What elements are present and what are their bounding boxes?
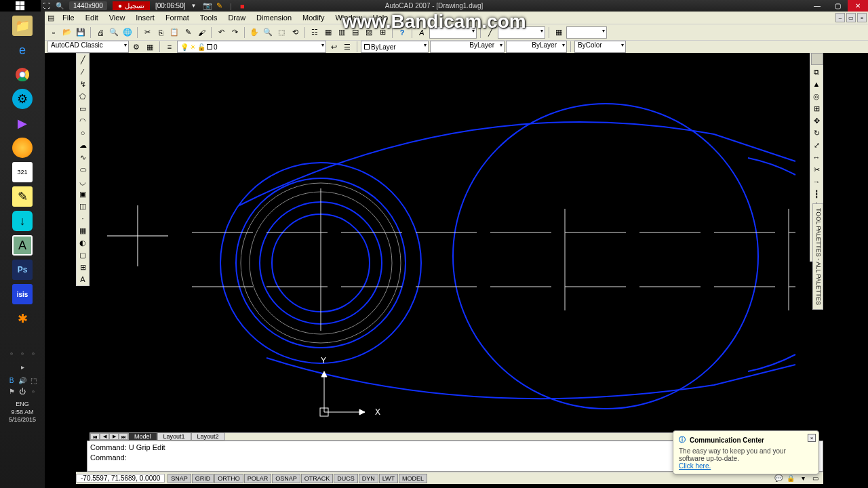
gradient-icon[interactable]: ◐ (77, 237, 89, 249)
menu-view[interactable]: View (104, 14, 131, 22)
menu-tools[interactable]: Tools (195, 14, 223, 22)
popup-close-button[interactable]: × (808, 434, 816, 442)
minimize-button[interactable]: — (807, 0, 827, 12)
net-icon[interactable]: ⬚ (29, 376, 37, 384)
offset-icon[interactable]: ◎ (810, 90, 823, 102)
menu-dimension[interactable]: Dimension (251, 14, 297, 22)
table-style-icon[interactable]: ▦ (553, 26, 565, 39)
ws-settings-icon[interactable]: ⚙ (130, 41, 142, 53)
plot-icon[interactable]: 🖨 (94, 26, 106, 39)
status-grid[interactable]: GRID (192, 474, 214, 483)
tab-prev[interactable]: ◀ (100, 433, 109, 440)
record-button[interactable]: ●تسجيل (113, 1, 150, 10)
layer-select[interactable]: 💡 ☀ 🔓 0 (177, 41, 326, 53)
status-otrack[interactable]: OTRACK (301, 474, 334, 483)
publish-icon[interactable]: 🌐 (121, 26, 134, 39)
ellipse-icon[interactable]: ⬭ (77, 163, 89, 176)
zoom-prev-icon[interactable]: ⟲ (289, 26, 301, 39)
region-icon[interactable]: ▢ (77, 249, 89, 261)
menu-modify[interactable]: Modify (297, 14, 330, 22)
copy2-icon[interactable]: ⧉ (810, 66, 823, 78)
tab-last[interactable]: ⏭ (119, 433, 128, 440)
isis-icon[interactable]: isis (12, 284, 33, 304)
xline-icon[interactable]: ∕ (77, 66, 89, 78)
system-clock[interactable]: ENG 9:58 AM 5/16/2015 (0, 401, 45, 424)
linetype-select[interactable]: ByLayer (430, 41, 505, 53)
stop-icon[interactable]: ■ (237, 1, 247, 10)
bluetooth-icon[interactable]: B (7, 376, 16, 384)
array-icon[interactable]: ⊞ (810, 102, 823, 115)
redo-icon[interactable]: ↷ (229, 26, 241, 39)
app-icon[interactable]: ▤ (45, 14, 57, 22)
match-icon[interactable]: ✎ (182, 26, 194, 39)
pline-icon[interactable]: ↯ (77, 78, 89, 90)
app9-icon[interactable]: ↓ (12, 211, 33, 231)
dropdown-icon[interactable]: ▼ (191, 3, 196, 9)
block-icon[interactable]: ◫ (77, 200, 89, 212)
menu-insert[interactable]: Insert (130, 14, 160, 22)
mdi-close[interactable]: × (857, 13, 867, 22)
polygon-icon[interactable]: ⬠ (77, 90, 89, 102)
tablestyle-select[interactable] (566, 26, 607, 39)
cut-icon[interactable]: ✂ (141, 26, 153, 39)
copy-icon[interactable]: ⎘ (155, 26, 167, 39)
status-lwt[interactable]: LWT (379, 474, 398, 483)
tray-expand[interactable]: ▸ (18, 363, 26, 371)
zoom-icon[interactable]: 🔍 (56, 2, 64, 9)
app6-icon[interactable] (12, 138, 33, 158)
power-icon[interactable]: ⏻ (18, 387, 26, 395)
status-polar[interactable]: POLAR (244, 474, 272, 483)
tab-first[interactable]: ⏮ (90, 433, 100, 440)
pencil-icon[interactable]: ✎ (214, 1, 224, 10)
paint-icon[interactable]: 🖌 (195, 26, 208, 39)
ws-save-icon[interactable]: ▦ (144, 41, 156, 53)
point-icon[interactable]: · (77, 212, 89, 224)
zoom-rt-icon[interactable]: 🔍 (262, 26, 274, 39)
layer-states-icon[interactable]: ☰ (341, 41, 353, 53)
tab-layout2[interactable]: Layout2 (191, 432, 225, 441)
pan-icon[interactable]: ✋ (248, 26, 260, 39)
status-ducs[interactable]: DUCS (334, 474, 358, 483)
mdi-minimize[interactable]: – (835, 13, 845, 22)
line-icon[interactable]: ╱ (77, 54, 89, 66)
app4-icon[interactable]: ⚙ (12, 89, 33, 109)
break-icon[interactable]: ┇ (810, 188, 823, 200)
chrome-icon[interactable] (12, 64, 33, 85)
menu-format[interactable]: Format (160, 14, 195, 22)
tray-c[interactable]: ▫ (29, 349, 37, 357)
ie-icon[interactable]: e (12, 40, 33, 60)
layer-prev-icon[interactable]: ↩ (328, 41, 340, 53)
rectangle-icon[interactable]: ▭ (77, 102, 89, 115)
paste-icon[interactable]: 📋 (168, 26, 180, 39)
zoom-win-icon[interactable]: ⬚ (275, 26, 288, 39)
preview-icon[interactable]: 🔍 (108, 26, 120, 39)
save-icon[interactable]: 💾 (75, 26, 87, 39)
camera-icon[interactable]: 📷 (203, 1, 212, 10)
workspace-select[interactable]: AutoCAD Classic (47, 41, 129, 53)
rotate-icon[interactable]: ↻ (810, 127, 823, 139)
menu-file[interactable]: File (57, 14, 80, 22)
cmd-input[interactable] (129, 453, 713, 463)
sb-menu-icon[interactable]: ▾ (797, 474, 808, 483)
coords-display[interactable]: -70.5597, 71.5689, 0.0000 (76, 474, 165, 483)
revcloud-icon[interactable]: ☁ (77, 139, 89, 151)
tray-x[interactable]: ▫ (29, 387, 37, 395)
popup-link[interactable]: Click here. (679, 462, 813, 470)
sb-clean-icon[interactable]: ▭ (810, 474, 821, 483)
app13-icon[interactable]: ✱ (12, 308, 33, 329)
mtext-icon[interactable]: A (77, 273, 89, 285)
undo-icon[interactable]: ↶ (215, 26, 227, 39)
status-dyn[interactable]: DYN (359, 474, 378, 483)
mpc-icon[interactable]: 321 (12, 162, 33, 182)
new-icon[interactable]: ▫ (47, 26, 60, 39)
app5-icon[interactable]: ▶ (12, 113, 33, 134)
volume-icon[interactable]: 🔊 (18, 376, 26, 384)
drawing-canvas[interactable]: X Y (90, 53, 796, 432)
open-icon[interactable]: 📂 (61, 26, 73, 39)
insert-icon[interactable]: ▣ (77, 188, 89, 200)
tray-b[interactable]: ▫ (18, 349, 26, 357)
extend-icon[interactable]: → (810, 176, 823, 188)
hatch-icon[interactable]: ▦ (77, 224, 89, 237)
tab-next[interactable]: ▶ (109, 433, 119, 440)
move-icon[interactable]: ✥ (810, 115, 823, 127)
